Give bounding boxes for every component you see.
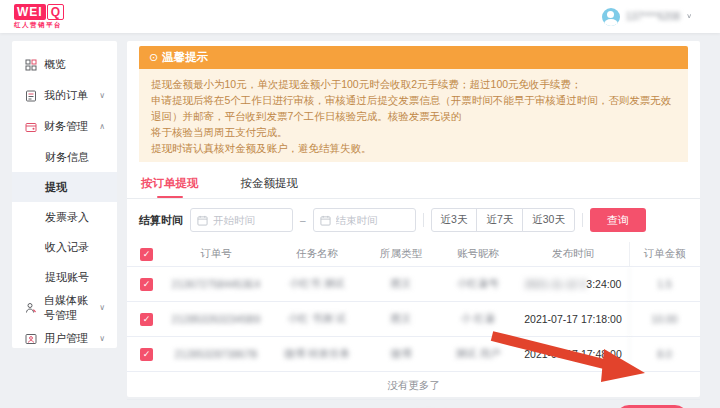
amount-cell: 1.5 — [629, 267, 699, 301]
chevron-down-icon: ∨ — [99, 334, 105, 343]
user-phone-masked: 137****6208 — [626, 11, 681, 22]
sidebar-item-label: 用户管理 — [44, 331, 92, 346]
no-more-text: 没有更多了 — [127, 372, 700, 399]
sidebar-item-label: 概览 — [44, 57, 105, 72]
start-date-field[interactable] — [213, 214, 283, 226]
quick-range-group: 近3天 近7天 近30天 — [431, 208, 575, 232]
chevron-down-icon: ∨ — [99, 91, 105, 100]
account-cell: 小红薯号 — [439, 277, 517, 291]
notice-line: 提现金额最小为10元，单次提现金额小于100元时会收取2元手续费；超过100元免… — [151, 76, 676, 92]
notice-title: 温馨提示 — [162, 50, 208, 65]
order-document-icon — [25, 90, 37, 102]
account-cell: 测试 用户 — [439, 347, 517, 361]
publish-time-cell: 2021-07-17 17:48:00 — [517, 348, 629, 360]
sidebar-item-label: 财务管理 — [44, 119, 92, 134]
publish-time-obscured: 2021-11-12 2 — [525, 278, 587, 290]
notice-line: 提现时请认真核对金额及账户，避免结算失败。 — [151, 140, 676, 156]
select-all-checkbox[interactable]: ✓ — [140, 248, 153, 261]
settle-time-label: 结算时间 — [139, 213, 183, 228]
orders-table: ✓ 订单号 任务名称 所属类型 账号昵称 发布时间 订单金额 ✓ 2136727… — [127, 242, 700, 399]
filter-bar: 结算时间 – 近3天 近7天 近30天 查询 — [127, 199, 700, 240]
column-type: 所属类型 — [363, 247, 439, 261]
finance-wallet-icon — [25, 121, 37, 133]
media-person-icon — [25, 302, 37, 314]
main-content-panel: ⊙ 温馨提示 提现金额最小为10元，单次提现金额小于100元时会收取2元手续费；… — [127, 41, 700, 397]
sidebar-item-finance-info[interactable]: 财务信息 — [12, 142, 117, 172]
amount-cell: 8.0 — [629, 337, 699, 371]
type-cell: 微博 — [363, 347, 439, 361]
sidebar-item-label: 自媒体账号管理 — [44, 293, 92, 323]
sidebar-item-invoice-entry[interactable]: 发票录入 — [12, 202, 117, 232]
search-button[interactable]: 查询 — [590, 208, 646, 232]
row-checkbox[interactable]: ✓ — [140, 278, 153, 291]
table-row: ✓ 2128532632345B9 小红 书测 试 图文 小 红薯 2021-0… — [127, 302, 700, 337]
calendar-icon — [320, 215, 331, 226]
task-name-cell: 小红 书测 试 — [271, 312, 363, 326]
sidebar-item-my-orders[interactable]: 我的订单 ∨ — [12, 80, 117, 111]
sidebar-nav: 概览 我的订单 ∨ 财务管理 ∧ 财务信息 提现 发票录入 收入记录 提现账号 … — [12, 41, 117, 348]
column-amount: 订单金额 — [629, 242, 699, 266]
publish-time-cell: 2021-07-17 17:18:00 — [517, 313, 629, 325]
column-order-no: 订单号 — [161, 247, 271, 261]
withdraw-tabs: 按订单提现 按金额提现 — [127, 172, 700, 199]
logo-q-badge: Q — [47, 4, 64, 20]
row-checkbox[interactable]: ✓ — [140, 313, 153, 326]
tab-withdraw-by-amount[interactable]: 按金额提现 — [241, 172, 299, 198]
chevron-up-icon: ∧ — [99, 122, 105, 131]
end-date-input[interactable] — [313, 208, 416, 232]
order-no-cell: 2128532873867B — [161, 348, 271, 360]
calendar-icon — [197, 215, 208, 226]
sidebar-item-user-management[interactable]: 用户管理 ∨ — [12, 323, 117, 354]
table-row: ✓ 2136727584453E4 小红书 测试 图文 小红薯号 2021-11… — [127, 267, 700, 302]
user-card-icon — [25, 333, 37, 345]
user-avatar[interactable] — [602, 8, 620, 26]
publish-time-visible: 3:24:00 — [586, 278, 621, 290]
date-range-separator: – — [300, 215, 306, 226]
filter-divider — [582, 213, 583, 227]
type-cell: 图文 — [363, 277, 439, 291]
chevron-down-icon: ∨ — [99, 303, 105, 312]
sidebar-item-label: 我的订单 — [44, 88, 92, 103]
publish-time-cell: 2021-11-12 23:24:00 — [517, 278, 629, 290]
notice-line: 将于核验当周周五支付完成。 — [151, 124, 676, 140]
notice-banner-header: ⊙ 温馨提示 — [139, 46, 688, 69]
column-account: 账号昵称 — [439, 247, 517, 261]
amount-cell: 10.00 — [629, 302, 699, 336]
column-task-name: 任务名称 — [271, 247, 363, 261]
top-header: WEI Q 红人营销平台 137****6208 ∨ — [0, 0, 720, 33]
notice-banner-body: 提现金额最小为10元，单次提现金额小于100元时会收取2元手续费；超过100元免… — [139, 69, 688, 162]
logo-wei-badge: WEI — [14, 4, 46, 20]
weiq-logo[interactable]: WEI Q 红人营销平台 — [14, 4, 64, 29]
quick-range-30d-button[interactable]: 近30天 — [522, 208, 575, 232]
column-publish-time: 发布时间 — [517, 247, 629, 261]
type-cell: 图文 — [363, 312, 439, 326]
sidebar-item-overview[interactable]: 概览 — [12, 49, 117, 80]
table-row: ✓ 2128532873867B 微博 转发任务 微博 测试 用户 2021-0… — [127, 337, 700, 372]
withdraw-footer-bar: 已选订单：3个 金额：188.6 立即提现 — [127, 399, 700, 408]
withdraw-now-button[interactable]: 立即提现 — [616, 405, 688, 408]
start-date-input[interactable] — [190, 208, 293, 232]
order-no-cell: 2136727584453E4 — [161, 278, 271, 290]
sidebar-item-withdraw-account[interactable]: 提现账号 — [12, 262, 117, 292]
tab-withdraw-by-order[interactable]: 按订单提现 — [141, 172, 199, 198]
quick-range-3d-button[interactable]: 近3天 — [431, 208, 478, 232]
sidebar-item-finance[interactable]: 财务管理 ∧ — [12, 111, 117, 142]
grid-icon — [25, 59, 37, 71]
filter-divider — [423, 213, 424, 227]
order-no-cell: 2128532632345B9 — [161, 313, 271, 325]
sidebar-item-withdraw[interactable]: 提现 — [12, 172, 117, 202]
info-circle-icon: ⊙ — [149, 51, 158, 64]
user-account-menu[interactable]: 137****6208 ∨ — [602, 8, 692, 26]
end-date-field[interactable] — [336, 214, 406, 226]
account-cell: 小 红薯 — [439, 312, 517, 326]
logo-subtitle: 红人营销平台 — [14, 22, 64, 29]
sidebar-item-income-records[interactable]: 收入记录 — [12, 232, 117, 262]
quick-range-7d-button[interactable]: 近7天 — [476, 208, 523, 232]
notice-banner: ⊙ 温馨提示 提现金额最小为10元，单次提现金额小于100元时会收取2元手续费；… — [139, 46, 688, 162]
task-name-cell: 微博 转发任务 — [271, 347, 363, 361]
chevron-down-icon: ∨ — [686, 13, 692, 20]
sidebar-item-media-accounts[interactable]: 自媒体账号管理 ∨ — [12, 292, 117, 323]
table-header-row: ✓ 订单号 任务名称 所属类型 账号昵称 发布时间 订单金额 — [127, 242, 700, 267]
task-name-cell: 小红书 测试 — [271, 277, 363, 291]
row-checkbox[interactable]: ✓ — [140, 348, 153, 361]
